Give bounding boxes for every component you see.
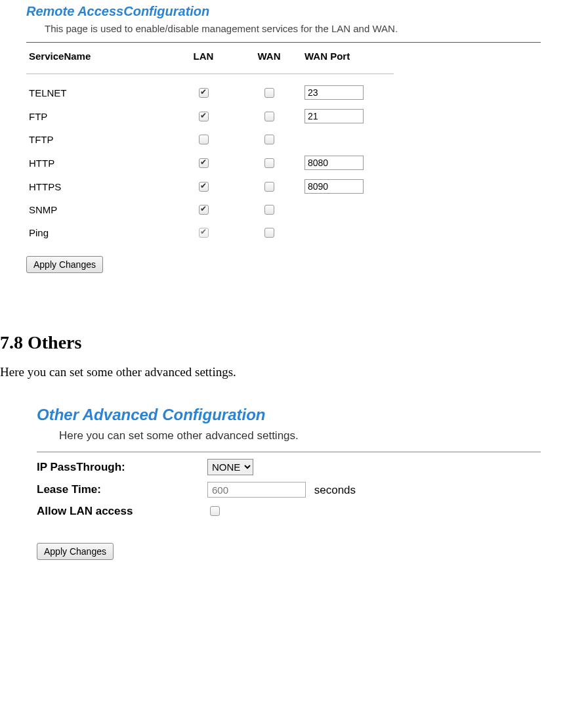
service-name: FTP — [26, 104, 171, 128]
wan-port-input[interactable] — [304, 179, 364, 194]
service-name: HTTP — [26, 151, 171, 175]
other-desc: Here you can set some other advanced set… — [59, 429, 541, 442]
wan-checkbox[interactable] — [264, 228, 274, 238]
service-name: HTTPS — [26, 175, 171, 198]
lease-time-unit: seconds — [314, 484, 356, 496]
divider — [26, 74, 394, 74]
col-service: ServiceName — [26, 47, 171, 70]
service-name: TELNET — [26, 81, 171, 104]
lease-time-input[interactable] — [207, 482, 306, 498]
allow-lan-checkbox[interactable] — [210, 506, 220, 516]
table-row: TFTP — [26, 128, 394, 151]
lan-checkbox[interactable] — [199, 88, 209, 98]
wan-checkbox[interactable] — [264, 182, 274, 192]
table-row: Ping — [26, 221, 394, 244]
remote-desc: This page is used to enable/disable mana… — [45, 23, 541, 34]
service-name: SNMP — [26, 198, 171, 221]
col-wan: WAN — [236, 47, 302, 70]
doc-heading: 7.8 Others — [0, 332, 564, 353]
table-row: TELNET — [26, 81, 394, 104]
table-row: FTP — [26, 104, 394, 128]
apply-changes-button[interactable]: Apply Changes — [26, 256, 103, 273]
table-row: HTTP — [26, 151, 394, 175]
lan-checkbox[interactable] — [199, 205, 209, 215]
wan-checkbox[interactable] — [264, 112, 274, 121]
table-row: SNMP — [26, 198, 394, 221]
allow-lan-label: Allow LAN access — [37, 505, 207, 518]
ip-passthrough-row: IP PassThrough: NONE — [37, 459, 541, 475]
divider — [37, 452, 541, 452]
col-lan: LAN — [171, 47, 236, 70]
wan-checkbox[interactable] — [264, 135, 274, 144]
ip-passthrough-label: IP PassThrough: — [37, 461, 207, 474]
divider — [26, 42, 541, 43]
doc-text: Here you can set some other advanced set… — [0, 365, 564, 379]
lan-checkbox — [199, 228, 209, 238]
other-advanced-panel: Other Advanced Configuration Here you ca… — [0, 406, 567, 586]
service-name: TFTP — [26, 128, 171, 151]
remote-access-panel: Remote AccessConfiguration This page is … — [0, 4, 567, 273]
other-title: Other Advanced Configuration — [37, 406, 541, 424]
service-name: Ping — [26, 221, 171, 244]
wan-port-input[interactable] — [304, 85, 364, 100]
lan-checkbox[interactable] — [199, 158, 209, 168]
wan-checkbox[interactable] — [264, 205, 274, 215]
lan-checkbox[interactable] — [199, 112, 209, 121]
table-row: HTTPS — [26, 175, 394, 198]
wan-port-input[interactable] — [304, 109, 364, 123]
wan-checkbox[interactable] — [264, 88, 274, 98]
remote-title: Remote AccessConfiguration — [26, 4, 541, 19]
lease-time-label: Lease Time: — [37, 483, 207, 496]
wan-port-input[interactable] — [304, 156, 364, 170]
apply-changes-button[interactable]: Apply Changes — [37, 543, 114, 560]
wan-checkbox[interactable] — [264, 158, 274, 168]
ip-passthrough-select[interactable]: NONE — [207, 459, 253, 475]
lan-checkbox[interactable] — [199, 182, 209, 192]
lease-time-row: Lease Time: seconds — [37, 482, 541, 498]
lan-checkbox[interactable] — [199, 135, 209, 144]
col-port: WAN Port — [302, 47, 394, 70]
doc-section: 7.8 Others Here you can set some other a… — [0, 332, 567, 379]
allow-lan-row: Allow LAN access — [37, 504, 541, 518]
services-table: ServiceName LAN WAN WAN Port TELNETFTPTF… — [26, 47, 394, 244]
